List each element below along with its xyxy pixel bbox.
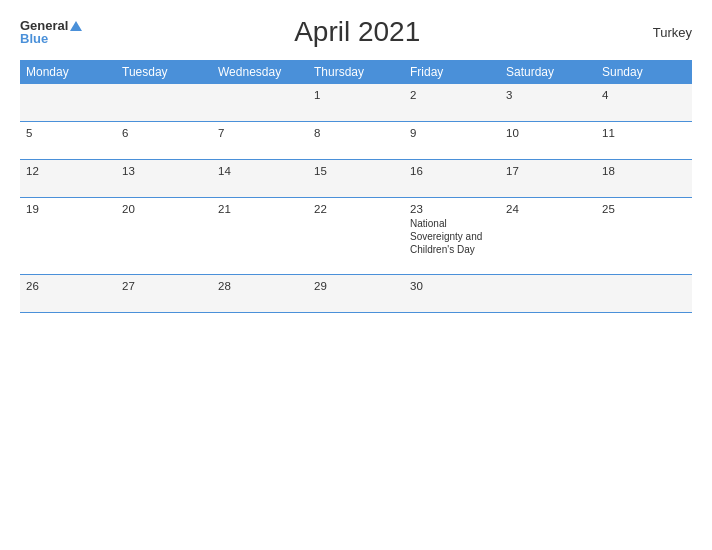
header: General Blue April 2021 Turkey (20, 16, 692, 48)
day-number: 17 (506, 165, 590, 177)
day-number: 24 (506, 203, 590, 215)
day-number: 12 (26, 165, 110, 177)
day-number: 3 (506, 89, 590, 101)
calendar-cell: 13 (116, 160, 212, 198)
logo-triangle-icon (70, 21, 82, 31)
calendar-cell (596, 275, 692, 313)
calendar-cell: 24 (500, 198, 596, 275)
calendar-cell: 26 (20, 275, 116, 313)
col-monday: Monday (20, 60, 116, 84)
calendar-cell: 4 (596, 84, 692, 122)
day-number: 8 (314, 127, 398, 139)
col-tuesday: Tuesday (116, 60, 212, 84)
calendar-cell: 29 (308, 275, 404, 313)
day-number: 20 (122, 203, 206, 215)
calendar-header-row: Monday Tuesday Wednesday Thursday Friday… (20, 60, 692, 84)
calendar-cell: 9 (404, 122, 500, 160)
calendar-cell: 3 (500, 84, 596, 122)
day-number: 21 (218, 203, 302, 215)
country-label: Turkey (632, 25, 692, 40)
day-number: 26 (26, 280, 110, 292)
calendar-cell (212, 84, 308, 122)
calendar-cell: 19 (20, 198, 116, 275)
calendar-week-row: 2627282930 (20, 275, 692, 313)
calendar-cell: 6 (116, 122, 212, 160)
calendar-cell: 11 (596, 122, 692, 160)
calendar-week-row: 1920212223National Sovereignty and Child… (20, 198, 692, 275)
calendar-cell: 18 (596, 160, 692, 198)
day-number: 7 (218, 127, 302, 139)
calendar-cell: 2 (404, 84, 500, 122)
logo-blue-text: Blue (20, 32, 82, 45)
calendar-cell (500, 275, 596, 313)
day-number: 4 (602, 89, 686, 101)
calendar-cell: 21 (212, 198, 308, 275)
calendar-cell: 23National Sovereignty and Children's Da… (404, 198, 500, 275)
day-number: 22 (314, 203, 398, 215)
calendar-cell: 14 (212, 160, 308, 198)
calendar-cell: 25 (596, 198, 692, 275)
day-number: 29 (314, 280, 398, 292)
calendar-cell: 22 (308, 198, 404, 275)
day-number: 13 (122, 165, 206, 177)
day-number: 30 (410, 280, 494, 292)
calendar-cell: 15 (308, 160, 404, 198)
calendar-cell: 1 (308, 84, 404, 122)
calendar-body: 1234567891011121314151617181920212223Nat… (20, 84, 692, 313)
col-thursday: Thursday (308, 60, 404, 84)
month-title: April 2021 (82, 16, 632, 48)
calendar-cell: 10 (500, 122, 596, 160)
day-number: 5 (26, 127, 110, 139)
col-wednesday: Wednesday (212, 60, 308, 84)
day-number: 25 (602, 203, 686, 215)
day-number: 15 (314, 165, 398, 177)
calendar-cell: 27 (116, 275, 212, 313)
day-number: 6 (122, 127, 206, 139)
day-event: National Sovereignty and Children's Day (410, 217, 494, 256)
calendar-cell: 28 (212, 275, 308, 313)
day-number: 10 (506, 127, 590, 139)
calendar-cell (116, 84, 212, 122)
day-number: 11 (602, 127, 686, 139)
day-number: 23 (410, 203, 494, 215)
col-saturday: Saturday (500, 60, 596, 84)
logo: General Blue (20, 19, 82, 45)
day-number: 1 (314, 89, 398, 101)
day-number: 16 (410, 165, 494, 177)
calendar-week-row: 1234 (20, 84, 692, 122)
calendar-cell: 20 (116, 198, 212, 275)
calendar-cell: 5 (20, 122, 116, 160)
calendar-cell: 12 (20, 160, 116, 198)
day-number: 28 (218, 280, 302, 292)
calendar-cell: 7 (212, 122, 308, 160)
day-number: 9 (410, 127, 494, 139)
day-number: 27 (122, 280, 206, 292)
day-number: 14 (218, 165, 302, 177)
calendar-cell: 30 (404, 275, 500, 313)
calendar-table: Monday Tuesday Wednesday Thursday Friday… (20, 60, 692, 313)
col-friday: Friday (404, 60, 500, 84)
calendar-week-row: 567891011 (20, 122, 692, 160)
calendar-cell: 16 (404, 160, 500, 198)
day-number: 2 (410, 89, 494, 101)
calendar-week-row: 12131415161718 (20, 160, 692, 198)
calendar-header: Monday Tuesday Wednesday Thursday Friday… (20, 60, 692, 84)
calendar-cell (20, 84, 116, 122)
col-sunday: Sunday (596, 60, 692, 84)
calendar-cell: 17 (500, 160, 596, 198)
calendar-cell: 8 (308, 122, 404, 160)
calendar-page: General Blue April 2021 Turkey Monday Tu… (0, 0, 712, 550)
day-number: 19 (26, 203, 110, 215)
day-number: 18 (602, 165, 686, 177)
